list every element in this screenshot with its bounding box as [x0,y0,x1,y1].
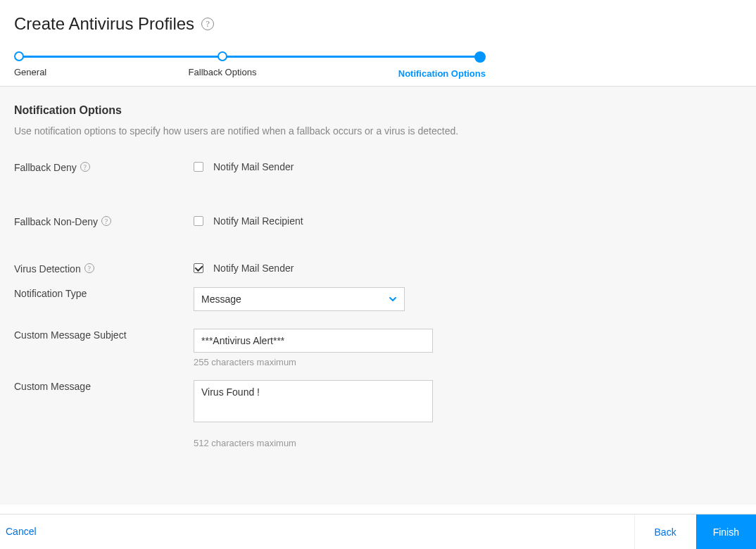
section-description: Use notification options to specify how … [14,125,742,137]
section-title: Notification Options [14,104,742,117]
label-text: Custom Message [14,381,91,392]
chevron-down-icon [389,295,397,303]
action-bar: Cancel Back Finish [0,514,756,549]
virus-detection-checkbox[interactable] [194,263,203,273]
step-label: Fallback Options [189,67,257,77]
custom-subject-input[interactable] [194,329,433,353]
select-value: Message [201,294,241,305]
step-dot-icon [218,51,227,61]
fallback-non-deny-label: Fallback Non-Deny ? [14,215,194,227]
help-icon[interactable]: ? [84,263,94,273]
label-text: Fallback Non-Deny [14,216,98,227]
step-dot-icon [14,51,24,61]
custom-message-label: Custom Message [14,380,194,448]
step-label: General [14,67,46,77]
hint-text: 255 characters maximum [194,357,742,367]
help-icon[interactable]: ? [201,18,214,30]
back-button[interactable]: Back [634,515,696,549]
step-label: Notification Options [398,68,486,79]
virus-detection-label: Virus Detection ? [14,263,194,274]
notification-type-label: Notification Type [14,287,194,311]
spacer [42,515,634,549]
custom-subject-label: Custom Message Subject [14,329,194,367]
checkbox-label: Notify Mail Recipient [213,215,303,227]
custom-message-textarea[interactable] [194,380,433,422]
fallback-non-deny-checkbox[interactable] [194,216,203,226]
cancel-button[interactable]: Cancel [0,515,42,549]
finish-button[interactable]: Finish [696,515,756,549]
help-icon[interactable]: ? [101,216,111,226]
wizard-step-fallback-options[interactable]: Fallback Options [189,51,257,79]
form-panel: Notification Options Use notification op… [0,86,756,505]
checkbox-label: Notify Mail Sender [213,161,294,172]
label-text: Custom Message Subject [14,329,127,341]
checkbox-label: Notify Mail Sender [213,263,294,274]
label-text: Virus Detection [14,263,81,274]
wizard-step-notification-options[interactable]: Notification Options [398,51,486,79]
wizard-step-general[interactable]: General [14,51,46,79]
page-title: Create Antivirus Profiles [14,14,194,34]
wizard-steps: General Fallback Options Notification Op… [14,51,486,79]
fallback-deny-checkbox[interactable] [194,162,203,172]
notification-type-select[interactable]: Message [194,287,405,311]
fallback-deny-label: Fallback Deny ? [14,161,194,173]
hint-text: 512 characters maximum [194,438,742,448]
label-text: Notification Type [14,288,87,299]
help-icon[interactable]: ? [80,162,90,172]
label-text: Fallback Deny [14,162,77,173]
step-dot-icon [474,51,486,63]
